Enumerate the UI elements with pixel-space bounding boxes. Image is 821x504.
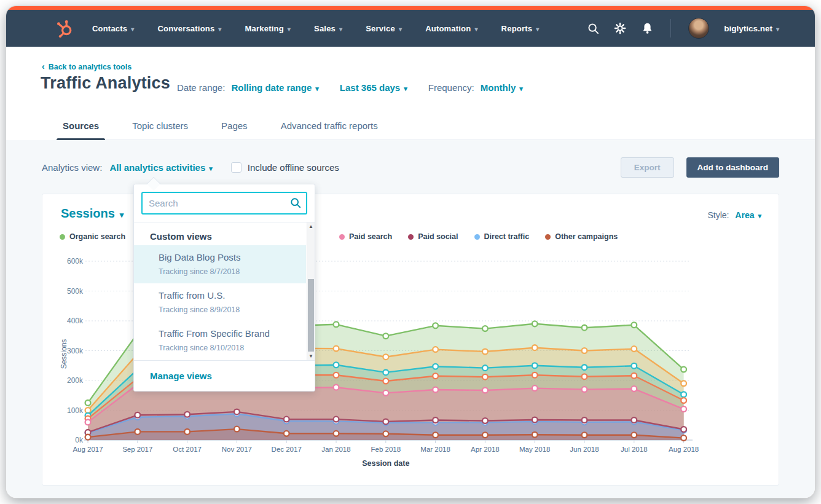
- frequency-dropdown[interactable]: Monthly: [481, 82, 523, 93]
- data-point[interactable]: [482, 432, 488, 438]
- data-point[interactable]: [582, 374, 587, 379]
- scrollbar-down-arrow[interactable]: ▼: [307, 352, 315, 360]
- data-point[interactable]: [532, 372, 538, 378]
- account-menu[interactable]: biglytics.net: [724, 24, 779, 33]
- data-point[interactable]: [433, 364, 438, 369]
- data-point[interactable]: [681, 406, 686, 412]
- data-point[interactable]: [532, 385, 538, 391]
- data-point[interactable]: [433, 432, 438, 438]
- search-icon[interactable]: [587, 22, 599, 34]
- data-point[interactable]: [681, 427, 686, 432]
- data-point[interactable]: [582, 364, 587, 370]
- data-point[interactable]: [582, 348, 587, 353]
- data-point[interactable]: [681, 392, 686, 397]
- data-point[interactable]: [334, 372, 339, 378]
- data-point[interactable]: [85, 435, 91, 440]
- tab-advanced-traffic-reports[interactable]: Advanced traffic reports: [278, 114, 380, 140]
- add-to-dashboard-button[interactable]: Add to dashboard: [686, 157, 780, 178]
- hubspot-logo-icon[interactable]: [54, 18, 75, 39]
- nav-item-marketing[interactable]: Marketing: [245, 24, 291, 33]
- custom-view-item[interactable]: Traffic from U.S.Tracking since 8/9/2018: [134, 283, 306, 321]
- legend-item-paid-social[interactable]: Paid social: [408, 232, 458, 241]
- data-point[interactable]: [532, 417, 538, 423]
- data-point[interactable]: [631, 346, 637, 352]
- notifications-bell-icon[interactable]: [641, 22, 653, 34]
- nav-item-contacts[interactable]: Contacts: [92, 24, 134, 33]
- data-point[interactable]: [482, 365, 488, 371]
- view-search-input[interactable]: [141, 192, 307, 215]
- gear-icon[interactable]: [614, 22, 626, 34]
- data-point[interactable]: [532, 321, 538, 326]
- tab-topic-clusters[interactable]: Topic clusters: [130, 114, 191, 140]
- data-point[interactable]: [383, 431, 388, 436]
- include-offline-checkbox[interactable]: [231, 162, 242, 173]
- data-point[interactable]: [234, 427, 240, 432]
- scrollbar-thumb[interactable]: [308, 279, 314, 352]
- data-point[interactable]: [383, 333, 388, 339]
- nav-item-service[interactable]: Service: [366, 24, 402, 33]
- data-point[interactable]: [184, 412, 190, 417]
- data-point[interactable]: [532, 345, 538, 350]
- data-point[interactable]: [334, 417, 339, 422]
- data-point[interactable]: [681, 380, 686, 386]
- data-point[interactable]: [85, 400, 91, 406]
- data-point[interactable]: [631, 373, 637, 379]
- data-point[interactable]: [532, 432, 538, 438]
- data-point[interactable]: [383, 419, 388, 425]
- data-point[interactable]: [433, 373, 438, 379]
- dropdown-scrollbar[interactable]: ▲ ▼: [307, 222, 315, 360]
- data-point[interactable]: [85, 408, 91, 413]
- data-point[interactable]: [383, 370, 388, 376]
- data-point[interactable]: [482, 326, 488, 331]
- data-point[interactable]: [383, 390, 388, 396]
- chart-metric-dropdown[interactable]: Sessions: [61, 207, 124, 221]
- custom-view-item[interactable]: Traffic From Specific BrandTracking sinc…: [134, 321, 306, 360]
- data-point[interactable]: [284, 431, 289, 436]
- data-point[interactable]: [334, 321, 339, 327]
- data-point[interactable]: [383, 354, 388, 360]
- nav-item-automation[interactable]: Automation: [425, 24, 477, 33]
- data-point[interactable]: [582, 417, 587, 423]
- tab-pages[interactable]: Pages: [219, 114, 250, 140]
- user-avatar[interactable]: [688, 18, 709, 39]
- style-dropdown[interactable]: Area: [735, 210, 761, 220]
- data-point[interactable]: [334, 362, 339, 368]
- data-point[interactable]: [284, 417, 289, 422]
- legend-item-other-campaigns[interactable]: Other campaigns: [545, 232, 618, 241]
- data-point[interactable]: [135, 412, 140, 418]
- export-button[interactable]: Export: [621, 157, 674, 178]
- data-point[interactable]: [582, 432, 587, 438]
- data-point[interactable]: [681, 398, 686, 403]
- date-range-period-dropdown[interactable]: Last 365 days: [340, 82, 407, 93]
- nav-item-conversations[interactable]: Conversations: [157, 24, 221, 33]
- legend-item-organic-search[interactable]: Organic search: [60, 232, 125, 241]
- data-point[interactable]: [334, 385, 339, 390]
- legend-item-direct-traffic[interactable]: Direct traffic: [474, 232, 530, 241]
- scrollbar-up-arrow[interactable]: ▲: [307, 222, 315, 231]
- data-point[interactable]: [334, 346, 339, 352]
- data-point[interactable]: [681, 435, 686, 441]
- data-point[interactable]: [681, 367, 686, 372]
- manage-views-link[interactable]: Manage views: [150, 371, 212, 381]
- data-point[interactable]: [234, 409, 240, 415]
- nav-item-sales[interactable]: Sales: [314, 24, 342, 33]
- data-point[interactable]: [582, 325, 587, 331]
- analytics-view-dropdown[interactable]: All analytics activities: [109, 162, 212, 173]
- data-point[interactable]: [482, 418, 488, 423]
- custom-view-item[interactable]: Big Data Blog PostsTracking since 8/7/20…: [134, 245, 306, 283]
- data-point[interactable]: [135, 429, 140, 435]
- back-to-analytics-link[interactable]: Back to analytics tools: [42, 61, 132, 71]
- nav-item-reports[interactable]: Reports: [501, 24, 540, 33]
- data-point[interactable]: [85, 420, 91, 425]
- data-point[interactable]: [482, 349, 488, 355]
- date-range-type-dropdown[interactable]: Rolling date range: [231, 82, 318, 93]
- data-point[interactable]: [631, 417, 637, 423]
- data-point[interactable]: [631, 432, 637, 438]
- data-point[interactable]: [482, 388, 488, 393]
- data-point[interactable]: [631, 322, 637, 328]
- data-point[interactable]: [631, 363, 637, 369]
- data-point[interactable]: [482, 374, 488, 380]
- data-point[interactable]: [433, 347, 438, 352]
- legend-item-paid-search[interactable]: Paid search: [339, 232, 392, 241]
- tab-sources[interactable]: Sources: [60, 114, 101, 140]
